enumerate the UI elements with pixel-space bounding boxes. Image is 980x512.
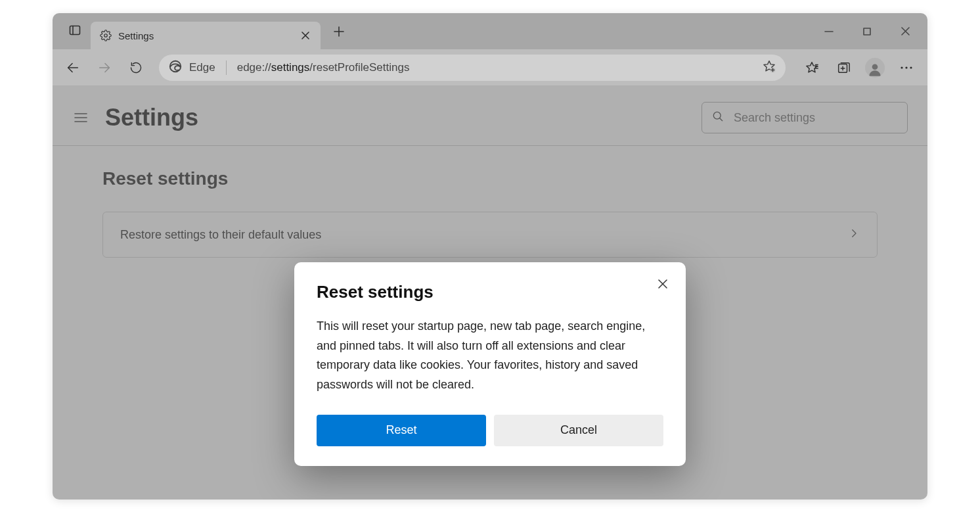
tab-close-button[interactable] — [297, 27, 314, 44]
toolbar: Edge edge://settings/resetProfileSetting… — [53, 49, 927, 86]
svg-point-28 — [910, 66, 912, 68]
dialog-button-row: Reset Cancel — [317, 415, 663, 446]
forward-button[interactable] — [91, 54, 118, 81]
window-close-button[interactable] — [887, 18, 924, 45]
favorites-hub-button[interactable] — [797, 53, 826, 82]
new-tab-button[interactable] — [326, 18, 352, 45]
cancel-button[interactable]: Cancel — [494, 415, 663, 446]
tab-actions-button[interactable] — [63, 18, 87, 42]
titlebar: Settings — [53, 13, 927, 49]
add-favorite-icon[interactable] — [762, 59, 776, 76]
svg-point-25 — [872, 64, 878, 70]
minimize-button[interactable] — [811, 18, 847, 45]
tab-strip: Settings — [53, 13, 811, 49]
address-divider — [226, 60, 227, 75]
tab-title: Settings — [118, 30, 290, 41]
address-brand-label: Edge — [189, 61, 215, 74]
reset-button[interactable]: Reset — [317, 415, 486, 446]
address-bar[interactable]: Edge edge://settings/resetProfileSetting… — [159, 55, 786, 81]
reset-settings-dialog: Reset settings This will reset your star… — [294, 262, 686, 466]
refresh-button[interactable] — [122, 54, 150, 81]
maximize-button[interactable] — [849, 18, 885, 45]
svg-point-27 — [905, 66, 907, 68]
browser-window: Settings E — [53, 13, 927, 500]
svg-point-26 — [901, 66, 902, 68]
dialog-close-button[interactable] — [653, 274, 673, 294]
svg-point-2 — [104, 34, 108, 37]
toolbar-actions — [795, 53, 921, 82]
svg-rect-0 — [70, 26, 80, 34]
back-button[interactable] — [59, 54, 87, 81]
svg-marker-18 — [807, 62, 817, 72]
window-controls — [811, 13, 927, 49]
more-menu-button[interactable] — [892, 53, 921, 82]
avatar-icon — [865, 58, 885, 78]
svg-rect-8 — [864, 28, 870, 35]
content-area: Settings Reset settings Restore settings… — [53, 86, 927, 500]
address-url: edge://settings/resetProfileSettings — [237, 61, 755, 74]
collections-button[interactable] — [829, 53, 858, 82]
profile-button[interactable] — [860, 53, 889, 82]
edge-logo-icon — [168, 59, 183, 76]
gear-icon — [100, 30, 112, 41]
url-host: settings — [271, 61, 310, 74]
dialog-body: This will reset your startup page, new t… — [317, 317, 663, 395]
url-path: /resetProfileSettings — [309, 61, 409, 74]
url-scheme: edge:// — [237, 61, 271, 74]
tab-settings[interactable]: Settings — [91, 22, 321, 49]
dialog-title: Reset settings — [317, 282, 663, 302]
